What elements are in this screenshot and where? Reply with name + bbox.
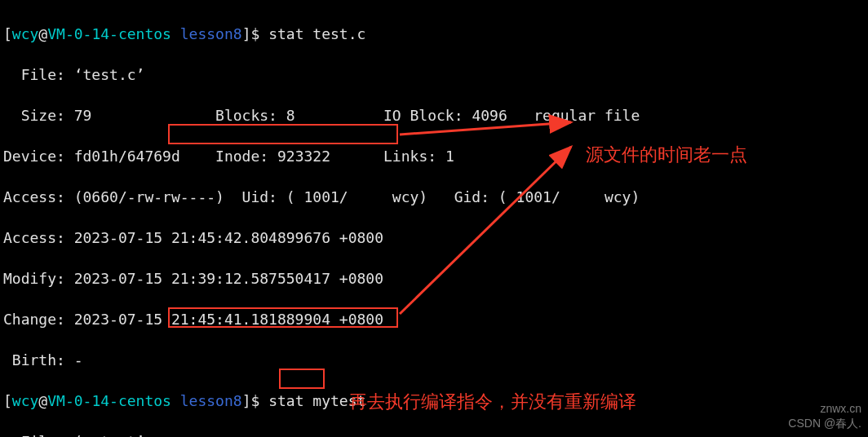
prompt-close: ]$ — [242, 25, 260, 42]
prompt-user: wcy — [12, 25, 39, 42]
stat-change-line: Change: 2023-07-15 21:45:41.181889904 +0… — [3, 309, 865, 329]
stat-device: Device: fd01h/64769d — [3, 148, 180, 165]
stat-modify-date: Modify: 2023-07-15 — [3, 270, 171, 287]
annotation-source-older: 源文件的时间老一点 — [586, 144, 747, 165]
terminal-output: [wcy@VM-0-14-centos lesson8]$ stat test.… — [0, 0, 868, 437]
stat-blocks: Blocks: 8 — [215, 107, 295, 124]
stat-inode: Inode: 923322 — [215, 148, 330, 165]
stat-size-line: Size: 79 Blocks: 8 IO Block: 4096 regula… — [3, 105, 865, 126]
stat-modify-line: Modify: 2023-07-15 21:39:12.587550417 +0… — [3, 268, 865, 289]
prompt-open: [ — [3, 25, 12, 42]
watermark-author: CSDN @春人. — [788, 413, 861, 434]
prompt-cwd: lesson8 — [180, 25, 242, 42]
prompt-at: @ — [38, 25, 47, 42]
stat-size: Size: 79 — [3, 107, 91, 124]
annotation-no-recompile: 再去执行编译指令，并没有重新编译 — [349, 391, 636, 412]
stat-access-line: Access: 2023-07-15 21:45:42.804899676 +0… — [3, 227, 865, 248]
stat-birth-line: Birth: - — [3, 350, 865, 370]
stat-file-line: File: ‘test.c’ — [3, 64, 865, 85]
stat-ioblock: IO Block: 4096 regular file — [383, 107, 640, 124]
terminal-line: [wcy@VM-0-14-centos lesson8]$ stat test.… — [3, 24, 865, 44]
stat-modify-time: 21:39:12.587550417 +0800 — [171, 270, 383, 287]
stat-file-line: File: ‘mytest’ — [3, 431, 865, 437]
stat-perm-line: Access: (0660/-rw-rw----) Uid: ( 1001/ w… — [3, 187, 865, 207]
stat-links: Links: 1 — [383, 148, 454, 165]
prompt-host: VM-0-14-centos — [47, 25, 171, 42]
command-stat-testc: stat test.c — [268, 25, 365, 42]
